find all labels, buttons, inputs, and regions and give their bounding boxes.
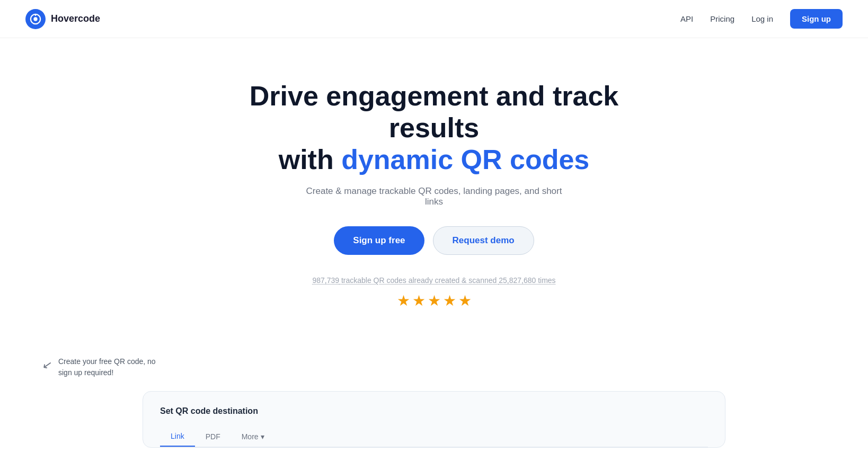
star-2: ★ xyxy=(412,292,426,309)
callout-text: Create your free QR code, no sign up req… xyxy=(58,356,164,378)
tab-pdf[interactable]: PDF xyxy=(195,427,231,447)
stats-text-after: times xyxy=(536,276,555,285)
star-4: ★ xyxy=(443,292,456,309)
tab-more[interactable]: More ▾ xyxy=(231,427,275,447)
qr-card-title: Set QR code destination xyxy=(160,406,708,416)
signup-free-button[interactable]: Sign up free xyxy=(334,226,424,255)
qr-destination-card: Set QR code destination Link PDF More ▾ xyxy=(143,391,725,448)
svg-point-1 xyxy=(33,17,37,21)
free-qr-callout: ↙ Create your free QR code, no sign up r… xyxy=(42,356,164,378)
arrow-icon: ↙ xyxy=(41,358,53,373)
navigation: Hovercode API Pricing Log in Sign up xyxy=(0,0,868,38)
tab-more-label: More xyxy=(242,432,259,441)
nav-link-pricing[interactable]: Pricing xyxy=(710,14,734,23)
star-1: ★ xyxy=(397,292,410,309)
hero-content: Drive engagement and track results with … xyxy=(191,38,677,356)
hero-section: Drive engagement and track results with … xyxy=(0,38,868,448)
request-demo-button[interactable]: Request demo xyxy=(433,226,534,255)
star-3: ★ xyxy=(428,292,441,309)
hero-title: Drive engagement and track results with … xyxy=(217,81,651,175)
nav-link-login[interactable]: Log in xyxy=(751,14,773,23)
svg-point-2 xyxy=(35,14,37,16)
hero-title-highlight: dynamic QR codes xyxy=(341,144,589,175)
hero-buttons: Sign up free Request demo xyxy=(334,226,534,255)
stats-line: 987,739 trackable QR codes already creat… xyxy=(312,276,555,285)
qr-card-tabs: Link PDF More ▾ xyxy=(160,427,708,447)
stats-text-before: trackable QR codes already created & sca… xyxy=(339,276,499,285)
logo-icon xyxy=(25,9,46,29)
logo-text: Hovercode xyxy=(51,13,100,24)
chevron-down-icon: ▾ xyxy=(261,432,264,441)
star-5: ★ xyxy=(458,292,472,309)
stats-count1: 987,739 xyxy=(312,276,339,285)
hero-subtitle: Create & manage trackable QR codes, land… xyxy=(302,186,566,207)
tab-link[interactable]: Link xyxy=(160,427,195,447)
nav-links: API Pricing Log in Sign up xyxy=(680,9,843,29)
star-rating: ★ ★ ★ ★ ★ xyxy=(397,292,472,309)
stats-count2: 25,827,680 xyxy=(499,276,536,285)
logo-link[interactable]: Hovercode xyxy=(25,9,100,29)
nav-signup-button[interactable]: Sign up xyxy=(790,9,843,29)
nav-link-api[interactable]: API xyxy=(680,14,693,23)
